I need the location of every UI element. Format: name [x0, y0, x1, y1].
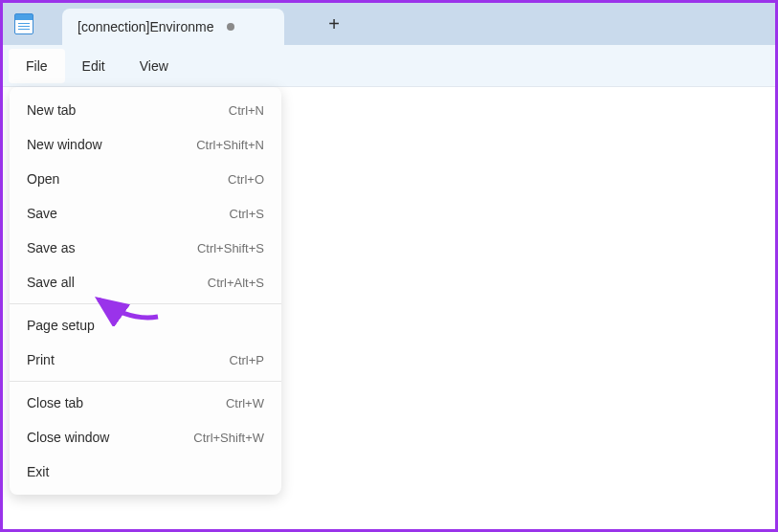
menu-label: Print	[27, 352, 55, 367]
unsaved-indicator-icon	[227, 23, 234, 31]
menu-new-window[interactable]: New window Ctrl+Shift+N	[10, 127, 281, 162]
menu-print[interactable]: Print Ctrl+P	[10, 343, 281, 377]
plus-icon: +	[328, 13, 340, 35]
menu-label: Close tab	[27, 395, 83, 410]
tab-title: [connection]Environme	[78, 19, 213, 34]
menu-shortcut: Ctrl+W	[226, 396, 264, 410]
menu-label: Open	[27, 171, 59, 187]
file-menu-dropdown: New tab Ctrl+N New window Ctrl+Shift+N O…	[10, 87, 281, 495]
menu-save-all[interactable]: Save all Ctrl+Alt+S	[10, 265, 281, 299]
menu-view[interactable]: View	[122, 49, 186, 83]
menu-separator	[10, 303, 281, 304]
titlebar: [connection]Environme +	[3, 3, 775, 45]
new-tab-button[interactable]: +	[319, 9, 349, 39]
menu-shortcut: Ctrl+S	[230, 207, 264, 221]
menu-label: Page setup	[27, 318, 95, 333]
menu-exit[interactable]: Exit	[10, 454, 281, 489]
menu-save[interactable]: Save Ctrl+S	[10, 196, 281, 231]
menu-close-window[interactable]: Close window Ctrl+Shift+W	[10, 420, 281, 454]
menu-separator	[10, 381, 281, 382]
menu-shortcut: Ctrl+O	[228, 172, 264, 187]
menu-shortcut: Ctrl+N	[229, 103, 264, 118]
menu-shortcut: Ctrl+Shift+S	[197, 241, 264, 255]
menu-label: Save as	[27, 240, 76, 255]
menu-shortcut: Ctrl+Shift+N	[196, 138, 264, 152]
notepad-icon	[14, 13, 33, 34]
menu-shortcut: Ctrl+P	[230, 353, 264, 367]
menu-close-tab[interactable]: Close tab Ctrl+W	[10, 386, 281, 420]
menu-label: New tab	[27, 102, 76, 118]
menu-new-tab[interactable]: New tab Ctrl+N	[10, 93, 281, 127]
menu-label: New window	[27, 137, 102, 152]
menu-file[interactable]: File	[9, 49, 65, 83]
file-tab[interactable]: [connection]Environme	[62, 9, 284, 45]
menu-label: Save all	[27, 275, 75, 290]
menu-shortcut: Ctrl+Alt+S	[208, 276, 264, 290]
menu-shortcut: Ctrl+Shift+W	[193, 431, 264, 445]
menubar: File Edit View	[3, 45, 775, 87]
menu-label: Save	[27, 206, 57, 221]
menu-page-setup[interactable]: Page setup	[10, 308, 281, 343]
menu-save-as[interactable]: Save as Ctrl+Shift+S	[10, 231, 281, 265]
menu-open[interactable]: Open Ctrl+O	[10, 162, 281, 196]
menu-edit[interactable]: Edit	[65, 49, 122, 83]
menu-label: Exit	[27, 464, 49, 479]
menu-label: Close window	[27, 430, 109, 445]
